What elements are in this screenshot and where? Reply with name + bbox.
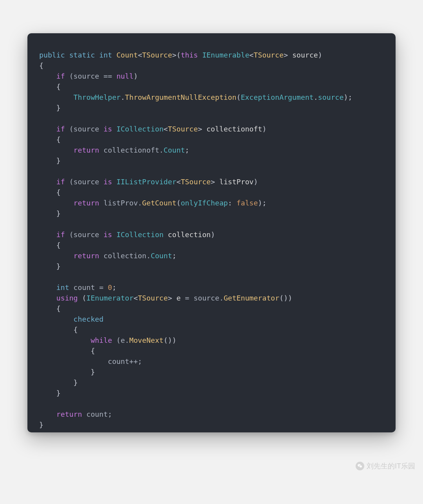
tok-if: if	[56, 72, 65, 80]
watermark: 刘先生的IT乐园	[356, 461, 415, 471]
call-throwargnull: ThrowArgumentNullException	[125, 93, 237, 101]
tok-null: null	[116, 72, 134, 80]
method-name: Count	[116, 51, 138, 59]
var-collection: collection	[168, 230, 211, 239]
call-getcount: GetCount	[142, 199, 177, 207]
tok-return: return	[74, 146, 99, 154]
tok-static: static	[69, 51, 95, 59]
tok-using: using	[56, 294, 78, 302]
prop-count: Count	[164, 146, 185, 154]
return-count: count;	[82, 410, 112, 418]
type-iilistprovider: IIListProvider	[116, 178, 176, 186]
code-card: public static int Count<TSource>(this IE…	[27, 33, 396, 432]
type-exceptionargument: ExceptionArgument	[241, 93, 314, 101]
type-icollection-generic: ICollection	[116, 125, 163, 133]
call-movenext: MoveNext	[129, 336, 164, 344]
type-ienumerable: IEnumerable	[202, 51, 249, 59]
tok-is: is	[103, 125, 112, 133]
enum-source: source	[318, 93, 344, 101]
var-e: e	[176, 294, 181, 302]
tok-while: while	[90, 336, 112, 344]
stmt-count-inc: count++;	[39, 357, 142, 365]
type-icollection: ICollection	[116, 230, 163, 239]
wechat-icon	[356, 462, 364, 470]
watermark-text: 刘先生的IT乐园	[367, 461, 415, 471]
type-ienumerator: IEnumerator	[86, 294, 133, 302]
tok-public: public	[39, 51, 65, 59]
tok-int: int	[99, 51, 112, 59]
literal-zero: 0	[108, 283, 112, 292]
tok-checked: checked	[74, 315, 104, 323]
named-onlyifcheap: onlyIfCheap	[181, 199, 228, 207]
tok-this: this	[181, 51, 198, 59]
code-block: public static int Count<TSource>(this IE…	[39, 50, 384, 430]
call-getenumerator: GetEnumerator	[224, 294, 279, 302]
var-collectionoft: collectionoft	[206, 125, 262, 133]
type-param: TSource	[142, 51, 172, 59]
tok-false: false	[237, 199, 258, 207]
param-source: source	[292, 51, 318, 59]
type-throwhelper: ThrowHelper	[74, 93, 121, 101]
var-listprov: listProv	[219, 178, 254, 186]
